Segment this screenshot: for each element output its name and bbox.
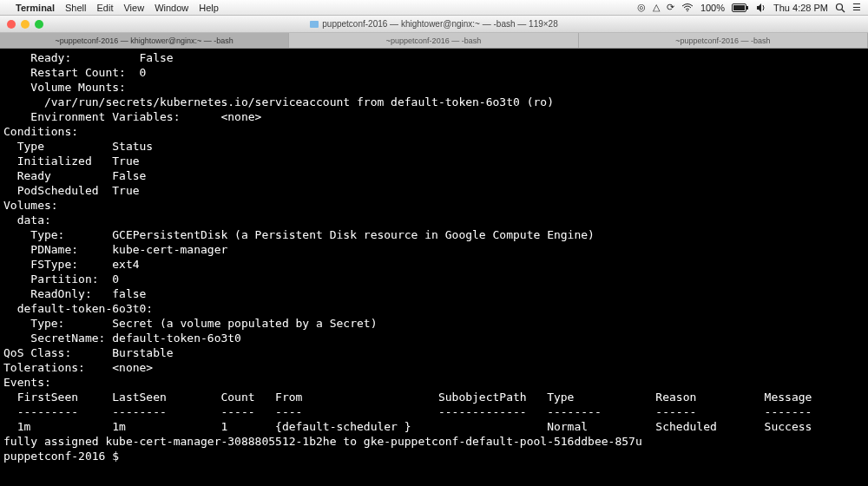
menu-window[interactable]: Window: [155, 3, 188, 13]
terminal-tabs: ~puppetconf-2016 — khightower@nginx:~ — …: [0, 33, 868, 49]
volume-icon[interactable]: [756, 3, 766, 12]
minimize-button[interactable]: [21, 20, 30, 29]
svg-point-0: [687, 10, 688, 11]
close-button[interactable]: [7, 20, 16, 29]
battery-percent: 100%: [700, 3, 725, 13]
window-title: puppetconf-2016 — khightower@nginx:~ — -…: [7, 19, 861, 29]
folder-icon: [310, 21, 319, 28]
wifi-icon[interactable]: [681, 3, 694, 12]
tab-3[interactable]: ~puppetconf-2016 — -bash: [579, 33, 868, 48]
macos-menubar: Terminal Shell Edit View Window Help ◎ △…: [0, 0, 868, 16]
svg-point-4: [837, 3, 843, 10]
clock[interactable]: Thu 4:28 PM: [773, 3, 828, 13]
window-titlebar[interactable]: puppetconf-2016 — khightower@nginx:~ — -…: [0, 16, 868, 33]
shield-icon[interactable]: ◎: [637, 2, 646, 13]
zoom-button[interactable]: [35, 20, 43, 29]
menu-app[interactable]: Terminal: [16, 3, 55, 13]
notifications-icon[interactable]: ☰: [852, 2, 861, 13]
menu-help[interactable]: Help: [199, 3, 219, 13]
window-traffic-lights: [7, 20, 43, 29]
cloud-icon[interactable]: △: [653, 2, 660, 13]
sync-icon[interactable]: ⟳: [667, 2, 674, 13]
svg-rect-2: [733, 5, 745, 10]
menu-view[interactable]: View: [123, 3, 144, 13]
menu-shell[interactable]: Shell: [65, 3, 86, 13]
tab-2[interactable]: ~puppetconf-2016 — -bash: [289, 33, 578, 48]
tab-1[interactable]: ~puppetconf-2016 — khightower@nginx:~ — …: [0, 33, 289, 48]
terminal-window: puppetconf-2016 — khightower@nginx:~ — -…: [0, 16, 868, 486]
battery-icon[interactable]: [732, 3, 749, 12]
menu-edit[interactable]: Edit: [97, 3, 114, 13]
search-icon[interactable]: [835, 3, 845, 13]
svg-line-5: [842, 10, 845, 12]
svg-rect-3: [746, 6, 748, 10]
window-title-text: puppetconf-2016 — khightower@nginx:~ — -…: [322, 19, 557, 29]
terminal-output[interactable]: Ready: False Restart Count: 0 Volume Mou…: [0, 49, 868, 486]
